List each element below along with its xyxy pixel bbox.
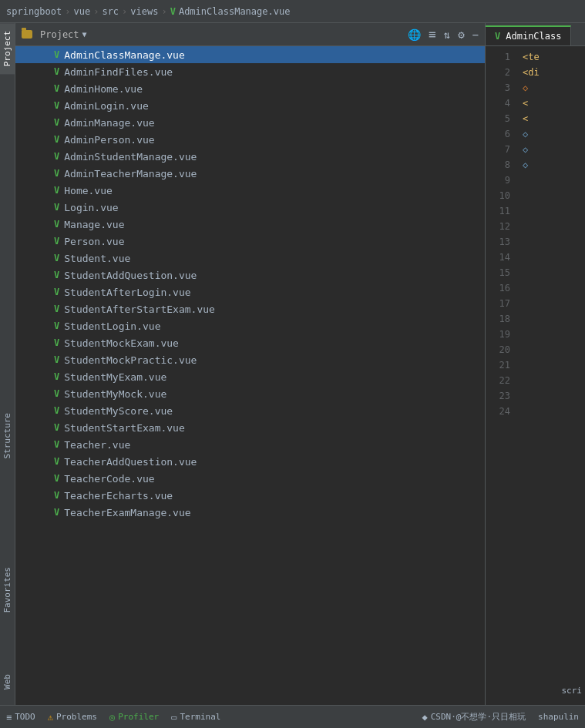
file-name: TeacherEcharts.vue: [64, 490, 173, 502]
list-item[interactable]: VStudentAfterLogin.vue: [15, 283, 485, 300]
terminal-label: Terminal: [180, 712, 220, 722]
file-name: StudentMyExam.vue: [64, 371, 166, 383]
problems-status[interactable]: ⚠ Problems: [48, 712, 97, 723]
code-line: ◇: [523, 80, 579, 96]
list-item[interactable]: VAdminManage.vue: [15, 114, 485, 131]
list-item[interactable]: VStudentMockExam.vue: [15, 334, 485, 351]
breadcrumb-src[interactable]: src: [102, 6, 119, 17]
file-name: AdminLogin.vue: [64, 100, 149, 112]
vue-file-icon: V: [54, 304, 59, 314]
line-number: 1: [486, 49, 510, 65]
sidebar-item-web[interactable]: Web: [0, 666, 15, 697]
file-name: AdminStudentManage.vue: [64, 151, 197, 163]
list-item[interactable]: VAdminTeacherManage.vue: [15, 165, 485, 182]
project-panel-title: Project ▼: [40, 29, 87, 40]
vue-file-icon: V: [54, 117, 59, 128]
file-name: Home.vue: [64, 185, 113, 196]
file-name: StudentAfterStartExam.vue: [64, 304, 215, 315]
arrows-icon[interactable]: ⇅: [444, 29, 450, 41]
sidebar-item-favorites[interactable]: Favorites: [0, 559, 15, 621]
file-name: Login.vue: [64, 202, 118, 213]
list-item[interactable]: VAdminPerson.vue: [15, 131, 485, 148]
file-name: AdminFindFiles.vue: [64, 66, 173, 78]
list-item[interactable]: VStudentAddQuestion.vue: [15, 267, 485, 283]
vue-file-icon: V: [54, 473, 59, 484]
list-item[interactable]: VManage.vue: [15, 216, 485, 233]
file-name: StudentAfterLogin.vue: [64, 287, 190, 298]
breadcrumb-springboot[interactable]: springboot: [6, 6, 62, 17]
line-number: 3: [486, 80, 510, 96]
list-item[interactable]: VStudentMockPractic.vue: [15, 351, 485, 368]
toolbar-icons: 🌐 ≡ ⇅ ⚙ −: [408, 27, 479, 42]
editor-area: V AdminClass 123456789101112131415161718…: [486, 23, 585, 705]
minimize-icon[interactable]: −: [472, 29, 479, 41]
csdn-status[interactable]: ◆ CSDN·@不想学·只日相玩: [422, 711, 526, 723]
globe-icon[interactable]: 🌐: [408, 29, 421, 41]
vue-file-icon: V: [54, 134, 59, 145]
file-name: AdminPerson.vue: [64, 134, 154, 146]
vue-file-icon: V: [54, 337, 59, 348]
project-tab-label: Project: [2, 31, 12, 66]
breadcrumb-sep-3: ›: [122, 6, 127, 17]
extra-status[interactable]: shapulin: [538, 712, 579, 722]
breadcrumb-active-file[interactable]: AdminClassManage.vue: [179, 6, 291, 17]
gear-icon[interactable]: ⚙: [458, 29, 464, 41]
list-icon[interactable]: ≡: [429, 27, 436, 42]
list-item[interactable]: VTeacherExamManage.vue: [15, 504, 485, 521]
todo-status[interactable]: ≡ TODO: [6, 712, 35, 723]
status-bar: ≡ TODO ⚠ Problems ◎ Profiler ▭ Terminal …: [0, 705, 585, 728]
list-item[interactable]: VLogin.vue: [15, 199, 485, 216]
code-line: <: [523, 96, 579, 111]
file-name: StudentStartExam.vue: [64, 422, 185, 434]
list-item[interactable]: VStudentMyExam.vue: [15, 368, 485, 385]
list-item[interactable]: VStudentAfterStartExam.vue: [15, 300, 485, 317]
line-number: 17: [486, 296, 510, 311]
list-item[interactable]: VTeacherEcharts.vue: [15, 487, 485, 504]
code-area[interactable]: <te<di◇<<◇◇◇scri: [516, 46, 585, 705]
structure-tab-label: Structure: [2, 413, 12, 459]
list-item[interactable]: VTeacherCode.vue: [15, 470, 485, 487]
list-item[interactable]: VAdminStudentManage.vue: [15, 148, 485, 165]
list-item[interactable]: VAdminLogin.vue: [15, 97, 485, 114]
list-item[interactable]: VPerson.vue: [15, 233, 485, 250]
line-number: 19: [486, 327, 510, 342]
dropdown-arrow-icon[interactable]: ▼: [82, 30, 87, 39]
list-item[interactable]: VStudentMyScore.vue: [15, 402, 485, 419]
vue-file-icon: V: [54, 185, 59, 196]
line-number: 23: [486, 388, 510, 404]
breadcrumb-views[interactable]: views: [130, 6, 158, 17]
line-number: 5: [486, 111, 510, 126]
vue-file-icon: V: [54, 490, 59, 501]
favorites-tab-label: Favorites: [2, 567, 12, 613]
list-item[interactable]: VStudentStartExam.vue: [15, 419, 485, 436]
vue-file-icon: V: [54, 83, 59, 94]
file-name: AdminManage.vue: [64, 117, 154, 129]
sidebar-item-project[interactable]: Project: [0, 23, 15, 74]
vue-file-icon: V: [54, 405, 59, 416]
list-item[interactable]: VStudentMyMock.vue: [15, 385, 485, 402]
list-item[interactable]: VStudent.vue: [15, 250, 485, 267]
line-number: 9: [486, 173, 510, 188]
breadcrumb-vue[interactable]: vue: [73, 6, 90, 17]
list-item[interactable]: VTeacher.vue: [15, 436, 485, 453]
list-item[interactable]: VAdminClassManage.vue: [15, 46, 485, 63]
file-name: StudentMyScore.vue: [64, 405, 173, 417]
vue-file-icon: V: [54, 66, 59, 77]
warning-icon: ⚠: [48, 712, 53, 723]
breadcrumb: springboot › vue › src › views › V Admin…: [0, 0, 585, 23]
editor-tab-adminclass[interactable]: V AdminClass: [486, 25, 571, 45]
terminal-status[interactable]: ▭ Terminal: [171, 712, 220, 723]
file-name: StudentAddQuestion.vue: [64, 270, 197, 281]
list-item[interactable]: VAdminFindFiles.vue: [15, 63, 485, 80]
list-item[interactable]: VTeacherAddQuestion.vue: [15, 453, 485, 470]
list-item[interactable]: VStudentLogin.vue: [15, 317, 485, 334]
profiler-status[interactable]: ◎ Profiler: [109, 712, 159, 723]
line-numbers: 123456789101112131415161718192021222324: [486, 46, 516, 705]
vue-file-icon: V: [54, 270, 59, 280]
line-number: 15: [486, 265, 510, 280]
code-line: ◇: [523, 126, 579, 142]
list-item[interactable]: VAdminHome.vue: [15, 80, 485, 97]
list-item[interactable]: VHome.vue: [15, 182, 485, 199]
sidebar-item-structure[interactable]: Structure: [0, 405, 15, 467]
file-name: Person.vue: [64, 236, 124, 247]
